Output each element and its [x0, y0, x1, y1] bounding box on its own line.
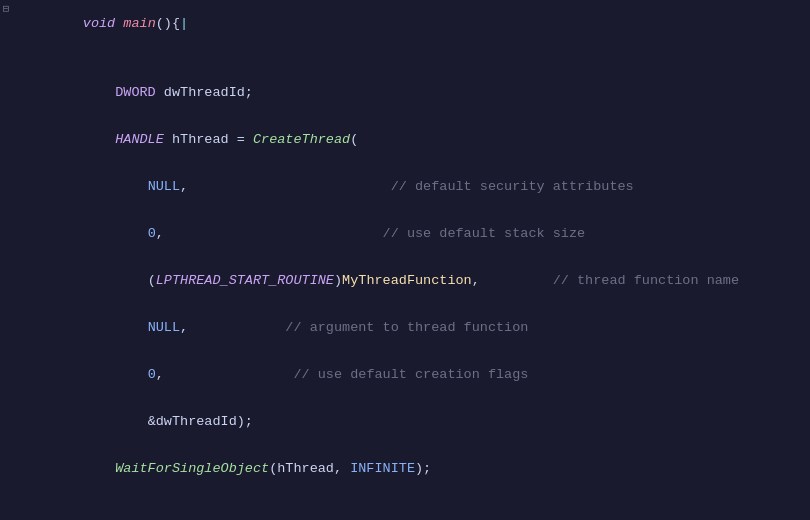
line-zero1: 0, // use default stack size	[0, 210, 810, 257]
kw-dword1: DWORD	[115, 85, 156, 100]
cast-paren2: )	[334, 273, 342, 288]
fold-icon-zero2	[0, 352, 12, 353]
kw-null1: NULL	[148, 179, 180, 194]
fn-mythreadfunc1: MyThreadFunction	[342, 273, 472, 288]
line-dword1: DWORD dwThreadId;	[0, 69, 810, 116]
line-zero2: 0, // use default creation flags	[0, 351, 810, 398]
cursor: |	[180, 16, 188, 31]
indent6	[83, 320, 148, 335]
comma1: ,	[180, 179, 391, 194]
fold-icon-null2	[0, 305, 12, 306]
indent1	[83, 85, 115, 100]
kw-infinite: INFINITE	[350, 461, 415, 476]
num-zero2: 0	[148, 367, 156, 382]
fold-icon-zero1	[0, 211, 12, 212]
dword2-content: DWORD dwErrCode = GetLastError();	[12, 515, 810, 520]
line-null2: NULL, // argument to thread function	[0, 304, 810, 351]
keyword-void: void	[83, 16, 124, 31]
null1-content: NULL, // default security attributes	[12, 164, 810, 209]
fold-icon-lpthread	[0, 258, 12, 259]
null2-content: NULL, // argument to thread function	[12, 305, 810, 350]
comment2: // use default stack size	[383, 226, 586, 241]
line-1: ⊟ void main(){|	[0, 0, 810, 47]
comma3: ,	[472, 273, 553, 288]
line-null1: NULL, // default security attributes	[0, 163, 810, 210]
line-dword2: DWORD dwErrCode = GetLastError();	[0, 514, 810, 520]
fold-icon-blank2	[0, 493, 12, 494]
indent9	[83, 461, 115, 476]
kw-null2: NULL	[148, 320, 180, 335]
line-amp: &dwThreadId);	[0, 398, 810, 445]
indent2	[83, 132, 115, 147]
kw-handle: HANDLE	[115, 132, 164, 147]
line-handle: HANDLE hThread = CreateThread(	[0, 116, 810, 163]
func-main: main	[123, 16, 155, 31]
cast-paren1: (	[148, 273, 156, 288]
indent4	[83, 226, 148, 241]
fold-icon-handle	[0, 117, 12, 118]
code-editor: ⊟ void main(){| DWORD dwThreadId; HANDLE…	[0, 0, 810, 520]
comment3: // thread function name	[553, 273, 739, 288]
fold-icon-1[interactable]: ⊟	[0, 1, 12, 15]
line-blank-1	[0, 47, 810, 69]
blank-1-content	[12, 48, 810, 63]
blank2-content	[12, 493, 810, 508]
comma5: ,	[156, 367, 294, 382]
fold-icon-null1	[0, 164, 12, 165]
wait-close: );	[415, 461, 431, 476]
comma4: ,	[180, 320, 285, 335]
num-zero1: 0	[148, 226, 156, 241]
indent7	[83, 367, 148, 382]
comment1: // default security attributes	[391, 179, 634, 194]
amp-dwthreadid: &dwThreadId);	[148, 414, 253, 429]
indent3	[83, 179, 148, 194]
fn-waitforsingle: WaitForSingleObject	[115, 461, 269, 476]
lpthread-content: (LPTHREAD_START_ROUTINE)MyThreadFunction…	[12, 258, 810, 303]
var-hthread: hThread =	[164, 132, 253, 147]
indent8	[83, 414, 148, 429]
zero2-content: 0, // use default creation flags	[12, 352, 810, 397]
punct-paren: (){	[156, 16, 180, 31]
line-blank2	[0, 492, 810, 514]
kw-lpthread: LPTHREAD_START_ROUTINE	[156, 273, 334, 288]
dword1-content: DWORD dwThreadId;	[12, 70, 810, 115]
wait-args-open: (hThread,	[269, 461, 350, 476]
amp-content: &dwThreadId);	[12, 399, 810, 444]
line-1-content: void main(){|	[12, 1, 810, 46]
comment4: // argument to thread function	[285, 320, 528, 335]
fn-createthread: CreateThread	[253, 132, 350, 147]
wait-content: WaitForSingleObject(hThread, INFINITE);	[12, 446, 810, 491]
fold-icon-amp	[0, 399, 12, 400]
punct-open: (	[350, 132, 358, 147]
comma2: ,	[156, 226, 383, 241]
line-lpthread: (LPTHREAD_START_ROUTINE)MyThreadFunction…	[0, 257, 810, 304]
fold-icon-wait	[0, 446, 12, 447]
zero1-content: 0, // use default stack size	[12, 211, 810, 256]
handle-content: HANDLE hThread = CreateThread(	[12, 117, 810, 162]
fold-icon-blank1	[0, 48, 12, 49]
var-dwthreadid: dwThreadId;	[156, 85, 253, 100]
fold-icon-dword1	[0, 70, 12, 71]
line-wait: WaitForSingleObject(hThread, INFINITE);	[0, 445, 810, 492]
fold-icon-dword2	[0, 515, 12, 516]
indent5	[83, 273, 148, 288]
main-function-section: ⊟ void main(){| DWORD dwThreadId; HANDLE…	[0, 0, 810, 520]
comment5: // use default creation flags	[293, 367, 528, 382]
